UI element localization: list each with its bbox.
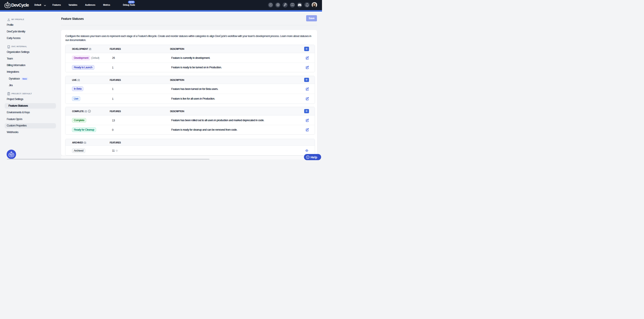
- svg-text:?: ?: [307, 156, 308, 158]
